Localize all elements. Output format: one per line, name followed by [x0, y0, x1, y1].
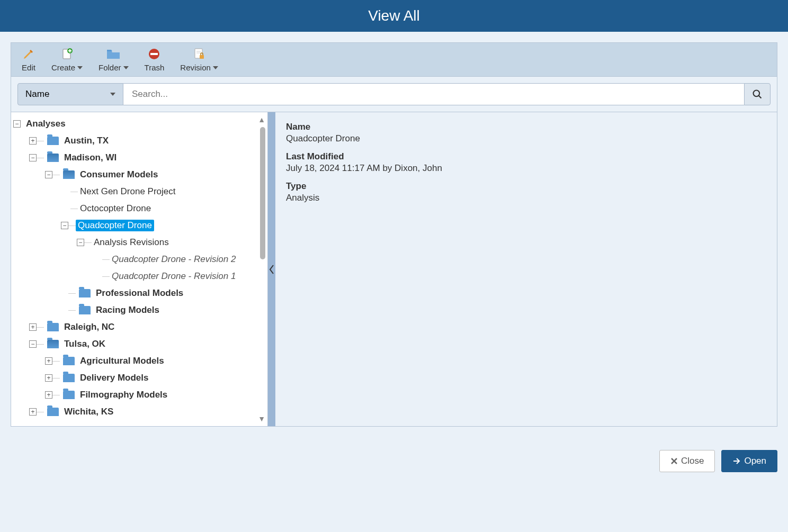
scrollbar-thumb[interactable]	[260, 127, 265, 259]
tree-item-racing-models[interactable]: Racing Models	[94, 304, 162, 316]
folder-icon	[47, 408, 59, 416]
folder-icon	[79, 306, 91, 314]
close-button[interactable]: Close	[659, 450, 715, 472]
toolbar: Edit Create Folder Trash Revision	[11, 43, 777, 77]
tree-item-consumer-models[interactable]: Consumer Models	[78, 169, 160, 181]
expand-toggle[interactable]: +	[45, 374, 52, 382]
collapse-toggle[interactable]: −	[45, 171, 52, 178]
search-filter-label: Name	[25, 89, 49, 100]
close-label: Close	[681, 456, 704, 466]
detail-name-value: Quadcopter Drone	[286, 133, 766, 144]
dialog-title: View All	[0, 0, 788, 32]
arrow-right-icon	[732, 457, 741, 465]
folder-icon	[79, 289, 91, 297]
tree-item-octocopter[interactable]: Octocopter Drone	[78, 203, 153, 214]
tree: − Analyses + Austin, TX − Madison, WI	[11, 112, 267, 426]
expand-toggle[interactable]: +	[29, 408, 37, 416]
detail-pane: Name Quadcopter Drone Last Modified July…	[275, 112, 777, 426]
main-panel: Edit Create Folder Trash Revision	[11, 42, 777, 427]
edit-button[interactable]: Edit	[19, 46, 39, 73]
scroll-up-arrow[interactable]: ▲	[258, 115, 265, 124]
detail-modified-value: July 18, 2024 11:17 AM by Dixon, John	[286, 163, 766, 174]
tree-item-next-gen[interactable]: Next Gen Drone Project	[78, 186, 177, 197]
caret-down-icon	[123, 66, 129, 69]
tree-item-agricultural-models[interactable]: Agricultural Models	[78, 355, 166, 367]
collapse-toggle[interactable]: −	[29, 340, 37, 348]
splitter[interactable]	[268, 112, 275, 426]
tree-item-raleigh[interactable]: Raleigh, NC	[62, 321, 117, 333]
folder-open-icon	[63, 170, 75, 179]
tree-item-quadcopter[interactable]: Quadcopter Drone	[76, 220, 154, 231]
create-label: Create	[51, 63, 75, 72]
create-button[interactable]: Create	[48, 46, 86, 73]
collapse-toggle[interactable]: −	[29, 154, 37, 161]
collapse-toggle[interactable]: −	[61, 222, 68, 229]
caret-down-icon	[213, 66, 218, 69]
search-bar: Name	[11, 77, 777, 112]
expand-toggle[interactable]: +	[45, 391, 52, 399]
tree-item-filmography-models[interactable]: Filmography Models	[78, 389, 169, 401]
svg-point-8	[754, 91, 760, 97]
folder-label: Folder	[98, 63, 121, 72]
tree-root[interactable]: Analyses	[24, 118, 68, 130]
detail-type-value: Analysis	[286, 193, 766, 203]
collapse-toggle[interactable]: −	[13, 120, 21, 128]
tree-item-austin[interactable]: Austin, TX	[62, 135, 111, 147]
folder-button[interactable]: Folder	[95, 46, 132, 73]
open-label: Open	[744, 456, 766, 466]
tree-item-tulsa[interactable]: Tulsa, OK	[62, 338, 108, 350]
pencil-icon	[22, 47, 35, 61]
tree-item-revision-2[interactable]: Quadcopter Drone - Revision 2	[110, 254, 238, 265]
caret-down-icon	[77, 66, 83, 69]
folder-icon	[63, 357, 75, 365]
folder-icon	[47, 323, 59, 331]
dialog-footer: Close Open	[0, 437, 788, 485]
svg-rect-7	[200, 55, 204, 59]
detail-type-label: Type	[286, 181, 766, 192]
search-button[interactable]	[744, 83, 771, 105]
tree-pane: ▲ ▼ − Analyses + Austin, TX −	[11, 112, 268, 426]
tree-item-delivery-models[interactable]: Delivery Models	[78, 372, 150, 384]
splitter-handle-icon	[268, 259, 275, 280]
expand-toggle[interactable]: +	[29, 137, 37, 145]
detail-modified-label: Last Modified	[286, 151, 766, 162]
search-icon	[752, 89, 763, 100]
edit-label: Edit	[22, 63, 35, 72]
expand-toggle[interactable]: +	[29, 323, 37, 331]
revision-label: Revision	[180, 63, 211, 72]
open-button[interactable]: Open	[721, 450, 777, 472]
close-icon	[670, 457, 678, 465]
content-area: ▲ ▼ − Analyses + Austin, TX −	[11, 112, 777, 426]
document-plus-icon	[60, 47, 74, 61]
folder-icon	[106, 47, 120, 61]
tree-item-analysis-revisions[interactable]: Analysis Revisions	[92, 237, 171, 248]
tree-item-professional-models[interactable]: Professional Models	[94, 287, 185, 299]
scroll-down-arrow[interactable]: ▼	[258, 414, 265, 423]
no-entry-icon	[147, 47, 161, 61]
search-input[interactable]	[123, 83, 744, 105]
folder-icon	[47, 137, 59, 145]
folder-open-icon	[47, 154, 59, 162]
trash-button[interactable]: Trash	[141, 46, 168, 73]
folder-open-icon	[47, 340, 59, 348]
svg-rect-3	[150, 53, 158, 55]
trash-label: Trash	[145, 63, 165, 72]
folder-icon	[63, 374, 75, 382]
collapse-toggle[interactable]: −	[77, 239, 84, 246]
detail-name-label: Name	[286, 122, 766, 132]
tree-item-revision-1[interactable]: Quadcopter Drone - Revision 1	[110, 270, 238, 282]
revision-button[interactable]: Revision	[177, 46, 221, 73]
folder-icon	[63, 391, 75, 399]
tree-item-wichita[interactable]: Wichita, KS	[62, 406, 115, 418]
expand-toggle[interactable]: +	[45, 357, 52, 365]
document-lock-icon	[192, 47, 206, 61]
caret-down-icon	[110, 93, 115, 96]
search-filter-select[interactable]: Name	[17, 83, 123, 105]
svg-line-9	[759, 96, 762, 98]
tree-item-madison[interactable]: Madison, WI	[62, 152, 119, 164]
